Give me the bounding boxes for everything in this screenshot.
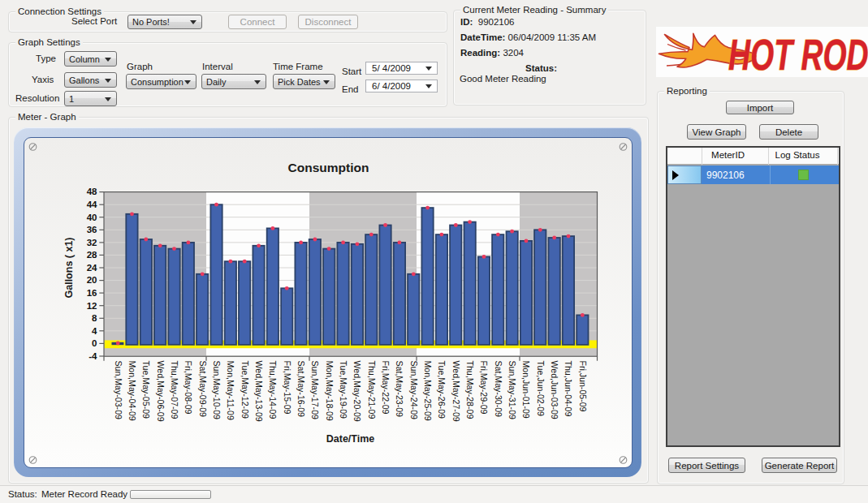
- svg-text:32: 32: [87, 238, 97, 247]
- svg-text:24: 24: [87, 263, 97, 273]
- svg-text:HOT ROD: HOT ROD: [728, 30, 868, 77]
- svg-text:Sun,May-31-09: Sun,May-31-09: [507, 361, 517, 420]
- svg-text:20: 20: [87, 275, 97, 285]
- svg-text:Sun,May-03-09: Sun,May-03-09: [114, 361, 123, 420]
- svg-text:Mon,May-25-09: Mon,May-25-09: [423, 361, 433, 421]
- svg-text:Wed,Jun-03-09: Wed,Jun-03-09: [550, 361, 559, 419]
- svg-text:Thu,Jun-04-09: Thu,Jun-04-09: [564, 361, 573, 417]
- svg-text:Mon,May-11-09: Mon,May-11-09: [226, 361, 235, 421]
- svg-text:Fri,May-15-09: Fri,May-15-09: [283, 361, 292, 415]
- svg-text:Tue,May-26-09: Tue,May-26-09: [437, 361, 447, 419]
- svg-text:40: 40: [87, 213, 97, 222]
- svg-text:Mon,May-18-09: Mon,May-18-09: [325, 361, 335, 421]
- svg-text:0: 0: [92, 338, 97, 348]
- svg-text:Sat,May-09-09: Sat,May-09-09: [198, 361, 208, 418]
- svg-text:Thu,May-21-09: Thu,May-21-09: [367, 361, 377, 419]
- svg-text:Tue,Jun-02-09: Tue,Jun-02-09: [536, 361, 546, 417]
- svg-text:Date/Time: Date/Time: [326, 433, 375, 445]
- svg-text:Sun,May-17-09: Sun,May-17-09: [310, 361, 320, 420]
- svg-text:Wed,May-27-09: Wed,May-27-09: [451, 361, 461, 422]
- svg-text:4: 4: [92, 326, 97, 336]
- svg-text:Sat,May-30-09: Sat,May-30-09: [494, 361, 503, 418]
- svg-text:36: 36: [87, 225, 97, 234]
- svg-text:Thu,May-28-09: Thu,May-28-09: [465, 361, 475, 419]
- svg-text:Sun,May-10-09: Sun,May-10-09: [212, 361, 222, 420]
- svg-text:Sun,May-24-09: Sun,May-24-09: [409, 361, 419, 420]
- svg-text:16: 16: [87, 288, 97, 298]
- svg-text:28: 28: [87, 250, 97, 260]
- svg-text:Tue,May-05-09: Tue,May-05-09: [141, 361, 151, 419]
- svg-text:Tue,May-12-09: Tue,May-12-09: [240, 361, 250, 419]
- svg-text:44: 44: [87, 200, 97, 209]
- svg-text:Fri,May-22-09: Fri,May-22-09: [381, 361, 391, 415]
- svg-text:48: 48: [87, 187, 97, 196]
- svg-text:Sat,May-23-09: Sat,May-23-09: [395, 361, 404, 418]
- svg-text:-4: -4: [89, 351, 97, 361]
- svg-text:Wed,May-20-09: Wed,May-20-09: [352, 361, 362, 422]
- svg-text:Mon,May-04-09: Mon,May-04-09: [127, 361, 137, 421]
- svg-text:Gallons ( x1): Gallons ( x1): [63, 237, 75, 298]
- svg-text:Sat,May-16-09: Sat,May-16-09: [296, 361, 306, 418]
- svg-text:Wed,May-06-09: Wed,May-06-09: [156, 361, 166, 422]
- svg-text:Wed,May-13-09: Wed,May-13-09: [254, 361, 264, 422]
- svg-text:Fri,May-29-09: Fri,May-29-09: [479, 361, 489, 415]
- svg-text:Fri,Jun-05-09: Fri,Jun-05-09: [578, 361, 588, 412]
- svg-text:12: 12: [87, 301, 97, 311]
- svg-text:Thu,May-07-09: Thu,May-07-09: [170, 361, 179, 419]
- svg-text:8: 8: [92, 313, 97, 323]
- svg-text:Tue,May-19-09: Tue,May-19-09: [339, 361, 348, 419]
- svg-text:Fri,May-08-09: Fri,May-08-09: [184, 361, 193, 415]
- svg-text:Thu,May-14-09: Thu,May-14-09: [268, 361, 278, 419]
- svg-text:Mon,Jun-01-09: Mon,Jun-01-09: [521, 361, 531, 419]
- svg-text:Consumption: Consumption: [288, 161, 369, 174]
